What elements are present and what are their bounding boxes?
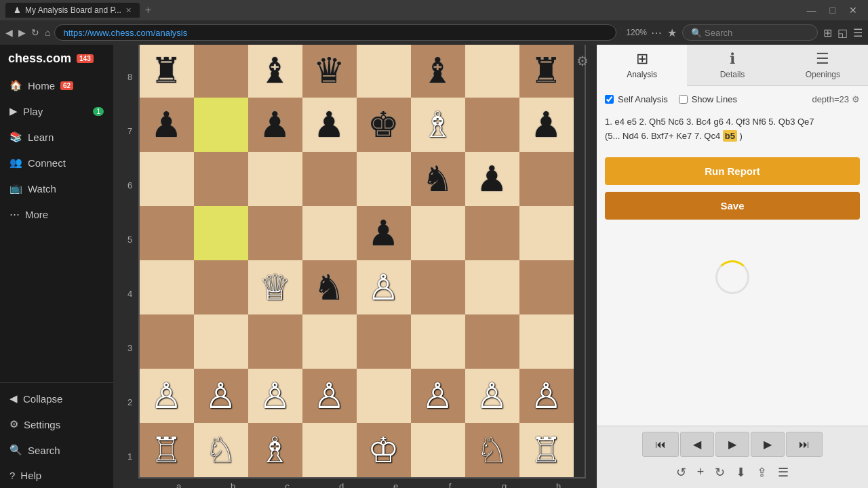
board-cell[interactable] <box>465 98 519 152</box>
board-cell[interactable]: ♛ <box>302 45 357 98</box>
board-settings-icon[interactable]: ⚙ <box>576 53 589 69</box>
board-cell[interactable] <box>140 314 194 369</box>
new-window-btn[interactable]: ◱ <box>837 26 848 39</box>
tab-analysis[interactable]: ⊞ Analysis <box>597 45 687 86</box>
extensions-btn[interactable]: ⋯ <box>651 26 662 39</box>
board-cell[interactable]: ♙ <box>465 369 519 423</box>
board-cell[interactable]: ♖ <box>140 423 194 477</box>
save-button[interactable]: Save <box>605 192 860 220</box>
tab-close-btn[interactable]: ✕ <box>125 6 132 15</box>
board-cell[interactable]: ♙ <box>248 369 302 423</box>
forward-btn[interactable]: ▶ <box>18 27 26 38</box>
board-cell[interactable] <box>465 314 519 369</box>
board-cell[interactable] <box>194 98 248 152</box>
board-cell[interactable]: ♜ <box>140 45 194 98</box>
browser-search[interactable]: 🔍 Search <box>682 24 818 41</box>
board-cell[interactable]: ♝ <box>411 45 465 98</box>
board-cell[interactable] <box>519 260 574 314</box>
next-move-btn[interactable]: ▶ <box>751 432 785 457</box>
board-cell[interactable]: ♕ <box>248 260 302 314</box>
board-cell[interactable] <box>411 423 465 477</box>
board-cell[interactable]: ♞ <box>302 260 357 314</box>
board-cell[interactable]: ♘ <box>465 423 519 477</box>
board-cell[interactable] <box>519 206 574 260</box>
add-icon[interactable]: + <box>694 462 707 483</box>
board-cell[interactable]: ♟ <box>248 98 302 152</box>
board-cell[interactable] <box>465 206 519 260</box>
board-cell[interactable]: ♙ <box>357 260 411 314</box>
menu-icon[interactable]: ☰ <box>775 462 791 483</box>
board-cell[interactable] <box>248 314 302 369</box>
play-btn[interactable]: ▶ <box>715 432 749 457</box>
board-cell[interactable] <box>465 45 519 98</box>
board-cell[interactable]: ♝ <box>248 45 302 98</box>
maximize-btn[interactable]: □ <box>825 5 841 16</box>
reset-icon[interactable]: ↻ <box>712 462 728 483</box>
board-cell[interactable] <box>140 206 194 260</box>
board-cell[interactable]: ♙ <box>519 369 574 423</box>
active-tab[interactable]: ♟ My Analysis Board and P... ✕ <box>5 3 140 18</box>
address-bar[interactable]: https://www.chess.com/analysis <box>54 24 616 41</box>
board-cell[interactable]: ♔ <box>357 423 411 477</box>
board-cell[interactable] <box>140 152 194 206</box>
sidebar-item-home[interactable]: 🏠 Home 62 <box>0 73 113 98</box>
reload-btn[interactable]: ↻ <box>31 27 39 38</box>
board-cell[interactable]: ♙ <box>302 369 357 423</box>
board-cell[interactable] <box>519 152 574 206</box>
last-move-btn[interactable]: ⏭ <box>786 432 823 457</box>
board-cell[interactable] <box>248 206 302 260</box>
first-move-btn[interactable]: ⏮ <box>642 432 679 457</box>
sidebar-item-settings[interactable]: ⚙ Settings <box>0 411 113 437</box>
board-cell[interactable]: ♜ <box>519 45 574 98</box>
board-cell[interactable] <box>194 152 248 206</box>
board-cell[interactable] <box>357 369 411 423</box>
bookmark-btn[interactable]: ★ <box>667 26 677 39</box>
board-cell[interactable]: ♘ <box>194 423 248 477</box>
board-cell[interactable] <box>140 260 194 314</box>
board-cell[interactable]: ♙ <box>194 369 248 423</box>
run-report-button[interactable]: Run Report <box>605 157 860 185</box>
sidebar-item-learn[interactable]: 📚 Learn <box>0 124 113 150</box>
back-btn[interactable]: ◀ <box>5 27 13 38</box>
chess-board[interactable]: ♜♝♛♝♜♟♟♟♚♗♟♞♟♟♕♞♙♙♙♙♙♙♙♙♖♘♗♔♘♖ <box>138 45 586 479</box>
sidebar-item-watch[interactable]: 📺 Watch <box>0 176 113 201</box>
download-icon[interactable]: ⬇ <box>733 462 749 483</box>
board-cell[interactable]: ♗ <box>411 98 465 152</box>
board-cell[interactable]: ♗ <box>248 423 302 477</box>
new-tab-btn[interactable]: + <box>145 4 151 16</box>
board-cell[interactable] <box>357 314 411 369</box>
show-lines-checkbox-label[interactable]: Show Lines <box>679 94 737 104</box>
board-cell[interactable] <box>465 260 519 314</box>
depth-settings-icon[interactable]: ⚙ <box>852 94 860 104</box>
board-cell[interactable]: ♖ <box>519 423 574 477</box>
board-cell[interactable]: ♟ <box>302 98 357 152</box>
self-analysis-checkbox[interactable] <box>605 95 614 104</box>
self-analysis-checkbox-label[interactable]: Self Analysis <box>605 94 668 104</box>
sidebar-item-connect[interactable]: 👥 Connect <box>0 150 113 176</box>
flip-board-icon[interactable]: ↺ <box>673 462 689 483</box>
board-cell[interactable] <box>194 260 248 314</box>
board-cell[interactable] <box>302 152 357 206</box>
sidebar-item-collapse[interactable]: ◀ Collapse <box>0 386 113 411</box>
home-btn[interactable]: ⌂ <box>45 27 50 38</box>
tab-details[interactable]: ℹ Details <box>687 45 777 85</box>
board-cell[interactable] <box>194 206 248 260</box>
share-icon[interactable]: ⇪ <box>754 462 770 483</box>
board-cell[interactable] <box>302 206 357 260</box>
board-cell[interactable] <box>302 314 357 369</box>
grid-view-btn[interactable]: ⊞ <box>823 26 832 39</box>
board-cell[interactable] <box>411 260 465 314</box>
board-cell[interactable] <box>194 314 248 369</box>
minimize-btn[interactable]: — <box>802 5 822 16</box>
board-cell[interactable]: ♙ <box>411 369 465 423</box>
sidebar-item-play[interactable]: ▶ Play 1 <box>0 98 113 124</box>
tab-openings[interactable]: ☰ Openings <box>778 45 868 85</box>
board-cell[interactable]: ♟ <box>465 152 519 206</box>
sidebar-item-help[interactable]: ? Help <box>0 463 113 488</box>
board-cell[interactable] <box>302 423 357 477</box>
close-btn[interactable]: ✕ <box>844 5 863 16</box>
board-cell[interactable]: ♙ <box>140 369 194 423</box>
show-lines-checkbox[interactable] <box>679 95 688 104</box>
prev-move-btn[interactable]: ◀ <box>680 432 714 457</box>
board-cell[interactable]: ♟ <box>357 206 411 260</box>
